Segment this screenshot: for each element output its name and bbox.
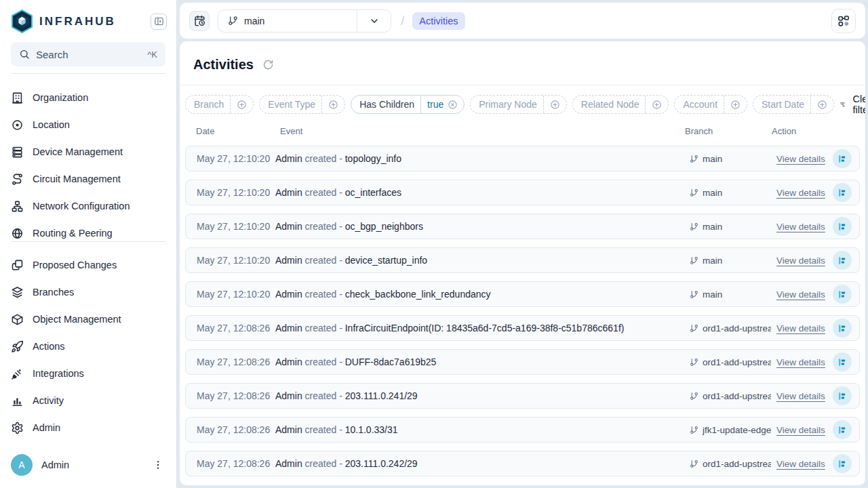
event-user: Admin (275, 221, 302, 232)
breadcrumb-activities[interactable]: Activities (412, 12, 465, 30)
add-filter-button[interactable] (811, 96, 833, 113)
sidebar-item-integrations[interactable]: Integrations (0, 360, 176, 387)
clear-filters-button[interactable]: Clear filters (840, 94, 865, 115)
related-node-tree-button[interactable] (833, 386, 852, 405)
sidebar-item-circuit-management[interactable]: Circuit Management (0, 165, 176, 192)
related-node-tree-button[interactable] (833, 352, 852, 371)
filter-chip-primary-node[interactable]: Primary Node (470, 95, 567, 114)
event-object-link[interactable]: check_backbone_link_redundancy (345, 289, 491, 300)
building-icon (11, 92, 24, 104)
user-menu[interactable]: A Admin (0, 445, 176, 488)
refresh-icon (262, 59, 274, 70)
add-filter-button[interactable] (544, 96, 566, 113)
table-row[interactable]: May 27, 12:08:26 Admin created - DUFF-8d… (185, 349, 860, 375)
event-description: Admin created - InfraCircuitEndpoint(ID:… (270, 323, 684, 333)
object-graph-icon (837, 14, 850, 28)
table-row[interactable]: May 27, 12:08:26 Admin created - 203.111… (185, 451, 860, 476)
filter-chip-has-children[interactable]: Has Children true (351, 95, 465, 114)
sidebar-item-routing-peering[interactable]: Routing & Peering (0, 220, 176, 241)
branch-selector-caret[interactable] (357, 10, 391, 32)
table-row[interactable]: May 27, 12:10:20 Admin created - device_… (185, 247, 860, 273)
view-details-link[interactable]: View details (776, 391, 825, 401)
filter-chip-start-date[interactable]: Start Date (753, 95, 834, 114)
table-row[interactable]: May 27, 12:08:26 Admin created - 10.1.0.… (185, 417, 860, 443)
search-input[interactable]: Search ^K (11, 42, 165, 66)
filter-label: Start Date (753, 96, 811, 113)
view-details-link[interactable]: View details (776, 459, 825, 469)
event-object-link[interactable]: 10.1.0.33/31 (345, 424, 398, 435)
related-node-tree-button[interactable] (833, 251, 852, 270)
table-header: DateEventBranchAction (180, 123, 865, 144)
related-node-tree-button[interactable] (833, 285, 852, 304)
table-row[interactable]: May 27, 12:08:26 Admin created - InfraCi… (185, 315, 860, 341)
add-filter-button[interactable] (724, 96, 747, 113)
sidebar-item-network-configuration[interactable]: Network Configuration (0, 192, 176, 220)
related-node-tree-button[interactable] (833, 420, 852, 439)
event-object-link[interactable]: oc_interfaces (345, 187, 401, 198)
table-row[interactable]: May 27, 12:10:20 Admin created - topolog… (185, 146, 860, 171)
add-filter-button[interactable] (646, 96, 668, 113)
related-node-tree-button[interactable] (833, 183, 852, 202)
table-row[interactable]: May 27, 12:10:20 Admin created - oc_inte… (185, 180, 860, 205)
sidebar-item-activity[interactable]: Activity (0, 387, 176, 414)
sidebar-item-location[interactable]: Location (0, 111, 176, 138)
event-object-link[interactable]: DUFF-8dac7a619b25 (345, 357, 437, 367)
event-object-link[interactable]: topology_info (345, 153, 401, 164)
refresh-button[interactable] (262, 59, 274, 70)
view-details-link[interactable]: View details (776, 425, 825, 435)
event-object-link[interactable]: oc_bgp_neighbors (345, 221, 423, 232)
view-details-link[interactable]: View details (776, 323, 825, 333)
schema-visualizer-button[interactable] (831, 9, 856, 33)
user-kebab-menu-button[interactable] (151, 458, 165, 472)
related-node-tree-button[interactable] (833, 454, 852, 473)
related-node-tree-button[interactable] (833, 149, 852, 168)
filter-chip-related-node[interactable]: Related Node (572, 95, 669, 114)
x-circle-icon[interactable] (448, 100, 458, 110)
add-filter-button[interactable] (231, 96, 253, 113)
collapse-sidebar-button[interactable] (151, 14, 167, 30)
sidebar-item-organization[interactable]: Organization (0, 84, 176, 111)
sidebar: INFRAHUB Search ^K Organization Location (0, 0, 177, 488)
view-details-link[interactable]: View details (776, 222, 825, 232)
branch-selector-value[interactable]: main (218, 10, 357, 32)
time-travel-button[interactable] (189, 11, 210, 31)
table-row[interactable]: May 27, 12:10:20 Admin created - check_b… (185, 281, 860, 307)
view-details-link[interactable]: View details (776, 154, 825, 164)
sidebar-item-label: Branches (33, 287, 74, 298)
event-user: Admin (275, 458, 302, 469)
related-node-tree-button[interactable] (833, 319, 852, 338)
git-branch-icon (690, 188, 698, 197)
event-object-link[interactable]: 203.111.0.242/29 (345, 458, 418, 469)
sidebar-item-admin[interactable]: Admin (0, 414, 176, 441)
event-object-link[interactable]: 203.111.0.241/29 (345, 390, 418, 401)
add-filter-button[interactable] (322, 96, 344, 113)
event-user: Admin (275, 153, 302, 164)
event-object-link[interactable]: device_startup_info (345, 255, 427, 266)
filter-chip-event-type[interactable]: Event Type (259, 95, 345, 114)
view-details-link[interactable]: View details (776, 256, 825, 266)
table-row[interactable]: May 27, 12:10:20 Admin created - oc_bgp_… (185, 214, 860, 239)
sidebar-item-proposed-changes[interactable]: Proposed Changes (0, 251, 176, 279)
filter-label: Branch (186, 96, 231, 113)
view-details-link[interactable]: View details (776, 357, 825, 367)
view-details-link[interactable]: View details (776, 289, 825, 300)
network-icon (11, 200, 24, 213)
sidebar-item-branches[interactable]: Branches (0, 279, 176, 306)
filter-chip-account[interactable]: Account (674, 95, 747, 114)
current-branch-name: main (244, 16, 264, 26)
table-row[interactable]: May 27, 12:08:26 Admin created - 203.111… (185, 383, 860, 409)
branch-selector[interactable]: main (218, 9, 391, 33)
filter-label: Account (675, 96, 724, 113)
event-action-text: created - (305, 289, 345, 300)
event-action-text: created - (305, 357, 345, 367)
sidebar-item-object-management[interactable]: Object Management (0, 306, 176, 333)
event-action-text: created - (305, 390, 345, 401)
filter-chip-branch[interactable]: Branch (185, 95, 254, 114)
related-node-tree-button[interactable] (833, 217, 852, 236)
event-object-link[interactable]: InfraCircuitEndpoint(ID: 18435a6d-7cd5-a… (345, 323, 625, 333)
sidebar-item-actions[interactable]: Actions (0, 333, 176, 360)
sidebar-item-device-management[interactable]: Device Management (0, 138, 176, 165)
filter-x-icon (840, 99, 846, 110)
event-description: Admin created - oc_bgp_neighbors (270, 221, 684, 232)
view-details-link[interactable]: View details (776, 188, 825, 198)
